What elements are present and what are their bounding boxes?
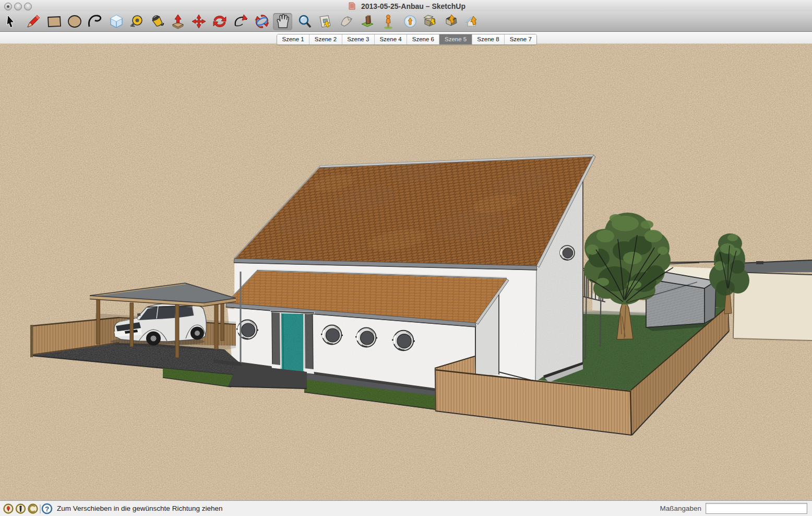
- svg-text:?: ?: [45, 505, 49, 513]
